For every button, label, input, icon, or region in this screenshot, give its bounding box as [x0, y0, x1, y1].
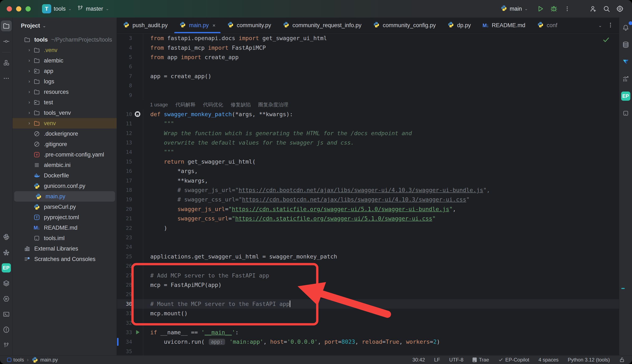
- status-widget-unlock[interactable]: [619, 357, 625, 363]
- code-line-17[interactable]: 17 **kwargs,: [117, 176, 619, 185]
- tree-item-main.py[interactable]: main.py: [14, 191, 115, 202]
- code-line-24[interactable]: 24: [117, 242, 619, 252]
- debug-button[interactable]: [548, 3, 560, 15]
- status-widget-EP-Copilot[interactable]: EP-Copilot: [498, 357, 530, 363]
- status-widget-4 spaces[interactable]: 4 spaces: [538, 357, 558, 363]
- code-line-14[interactable]: 14 """: [117, 147, 619, 157]
- tree-item-.venv[interactable]: ›.venv: [12, 45, 116, 55]
- ep-copilot-icon[interactable]: EP: [1, 262, 12, 273]
- tree-item-tools_venv[interactable]: ›tools_venv: [12, 108, 116, 118]
- status-widget-UTF-8[interactable]: UTF-8: [449, 357, 463, 363]
- code-line-11[interactable]: 11 """: [117, 119, 619, 128]
- code-line-23[interactable]: 23: [117, 233, 619, 242]
- tab-conf[interactable]: conf: [531, 18, 563, 33]
- code-line-5[interactable]: 5from app import create_app: [117, 52, 619, 62]
- code-line-22[interactable]: 22 ): [117, 223, 619, 232]
- tree-item-alembic.ini[interactable]: alembic.ini: [12, 160, 116, 170]
- git-icon[interactable]: [1, 340, 12, 351]
- tab-community_request_info.py[interactable]: community_request_info.py: [277, 18, 367, 33]
- search-everywhere-button[interactable]: [601, 3, 612, 15]
- ai-assistant-gutter-icon[interactable]: [132, 110, 143, 118]
- project-folder-icon[interactable]: [1, 20, 12, 31]
- statistics-icon[interactable]: [620, 74, 631, 84]
- code-line-12[interactable]: 12 Wrap the function which is generating…: [117, 128, 619, 138]
- status-widget-LF[interactable]: LF: [434, 357, 440, 363]
- tree-item-gunicorn.conf.py[interactable]: gunicorn.conf.py: [12, 181, 116, 191]
- tree-item-README.md[interactable]: M↓README.md: [12, 222, 116, 233]
- tree-item-.pre-commit-config.yaml[interactable]: Y.pre-commit-config.yaml: [12, 150, 116, 160]
- tab-README.md[interactable]: M↓README.md: [477, 18, 531, 33]
- more-tools-icon[interactable]: [1, 73, 12, 84]
- tree-item-parseCurl.py[interactable]: parseCurl.py: [12, 202, 116, 212]
- code-lens-action[interactable]: 代码解释: [175, 101, 196, 108]
- tab-main.py[interactable]: main.py×: [174, 18, 221, 33]
- run-config-selector[interactable]: main ⌄: [500, 5, 528, 13]
- code-editor[interactable]: 3from fastapi.openapi.docs import get_sw…: [117, 34, 619, 355]
- tab-dp.py[interactable]: dp.py: [442, 18, 477, 33]
- code-line-13[interactable]: 13 overwrite the default values for the …: [117, 138, 619, 147]
- chevron-right-icon[interactable]: ›: [26, 48, 33, 53]
- tab-community.py[interactable]: community.py: [221, 18, 277, 33]
- tree-item-External Libraries[interactable]: External Libraries: [12, 244, 116, 254]
- tab-push_audit.py[interactable]: push_audit.py: [117, 18, 174, 33]
- branch-selector[interactable]: master ⌄: [77, 5, 109, 13]
- code-line-28[interactable]: 28mcp = FastApiMCP(app): [117, 280, 619, 290]
- code-line-3[interactable]: 3from fastapi.openapi.docs import get_sw…: [117, 34, 619, 43]
- chevron-right-icon[interactable]: ›: [26, 68, 33, 74]
- code-line-18[interactable]: 18 # swagger_js_url="https://cdn.bootcdn…: [117, 185, 619, 195]
- window-controls[interactable]: [0, 6, 36, 12]
- code-line-32[interactable]: 32: [117, 318, 619, 328]
- panel-icon[interactable]: [620, 108, 631, 119]
- code-line-30[interactable]: 30# Mount the MCP server to the FastAPI …: [117, 299, 619, 309]
- run-anything-icon[interactable]: [1, 293, 12, 304]
- problems-icon[interactable]: [1, 324, 12, 335]
- tree-item-.gitignore[interactable]: .gitignore: [12, 139, 116, 150]
- tree-item-tools[interactable]: tools~/PycharmProjects/tools: [12, 34, 116, 45]
- status-widget-Trae[interactable]: Trae: [472, 357, 489, 363]
- notifications-icon[interactable]: [620, 22, 631, 33]
- breadcrumb-tools[interactable]: tools: [7, 357, 24, 363]
- code-line-6[interactable]: 6: [117, 62, 619, 71]
- code-line-26[interactable]: 26: [117, 261, 619, 270]
- tree-item-Scratches and Consoles[interactable]: Scratches and Consoles: [12, 254, 116, 264]
- chevron-right-icon[interactable]: ›: [26, 120, 33, 126]
- code-lens-action[interactable]: 1 usage: [150, 102, 168, 108]
- more-actions-button[interactable]: [561, 3, 573, 15]
- code-lens-action[interactable]: 修复缺陷: [230, 101, 250, 108]
- ep-panel-icon[interactable]: EP: [620, 91, 631, 102]
- inspections-ok-icon[interactable]: [602, 36, 610, 45]
- tree-item-logs[interactable]: ›logs: [12, 76, 116, 87]
- tree-item-venv[interactable]: ›venv: [12, 118, 116, 128]
- chevron-right-icon[interactable]: ›: [26, 100, 33, 105]
- code-line-21[interactable]: 21 swagger_css_url="https://cdn.staticfi…: [117, 214, 619, 223]
- code-line-9[interactable]: 9: [117, 90, 619, 100]
- code-line-7[interactable]: 7app = create_app(): [117, 72, 619, 81]
- chevron-right-icon[interactable]: ›: [26, 58, 33, 63]
- tree-item-tools.iml[interactable]: tools.iml: [12, 233, 116, 244]
- close-tab-icon[interactable]: ×: [212, 22, 216, 28]
- code-line-29[interactable]: 29: [117, 290, 619, 299]
- code-line-15[interactable]: 15 return get_swagger_ui_html(: [117, 157, 619, 166]
- tree-item-Dockerfile[interactable]: Dockerfile: [12, 170, 116, 181]
- code-line-10[interactable]: 10def swagger_monkey_patch(*args, **kwar…: [117, 110, 619, 119]
- code-line-16[interactable]: 16 *args,: [117, 166, 619, 176]
- services-icon[interactable]: [1, 278, 12, 289]
- close-window-button[interactable]: [7, 6, 12, 12]
- code-lens-action[interactable]: 代码优化: [203, 101, 223, 108]
- code-line-27[interactable]: 27# Add MCP server to the FastAPI app: [117, 270, 619, 280]
- zoom-window-button[interactable]: [26, 6, 31, 12]
- chevron-down-button[interactable]: ⌄: [598, 23, 602, 28]
- add-user-button[interactable]: [587, 3, 599, 15]
- code-lens-action[interactable]: 圈复杂度治理: [258, 101, 288, 108]
- code-line-25[interactable]: 25applications.get_swagger_ui_html = swa…: [117, 252, 619, 261]
- tree-item-resources[interactable]: ›resources: [12, 87, 116, 97]
- tree-item-pyproject.toml[interactable]: Tpyproject.toml: [12, 212, 116, 222]
- tab-community_config.py[interactable]: community_config.py: [367, 18, 442, 33]
- chevron-right-icon[interactable]: ›: [26, 110, 33, 116]
- python-packages-icon[interactable]: [1, 232, 12, 242]
- structure-icon[interactable]: [1, 58, 12, 68]
- commit-icon[interactable]: [1, 36, 12, 47]
- terminal-icon[interactable]: [1, 309, 12, 320]
- code-line-35[interactable]: 35: [117, 347, 619, 356]
- status-widget-30:42[interactable]: 30:42: [412, 357, 425, 363]
